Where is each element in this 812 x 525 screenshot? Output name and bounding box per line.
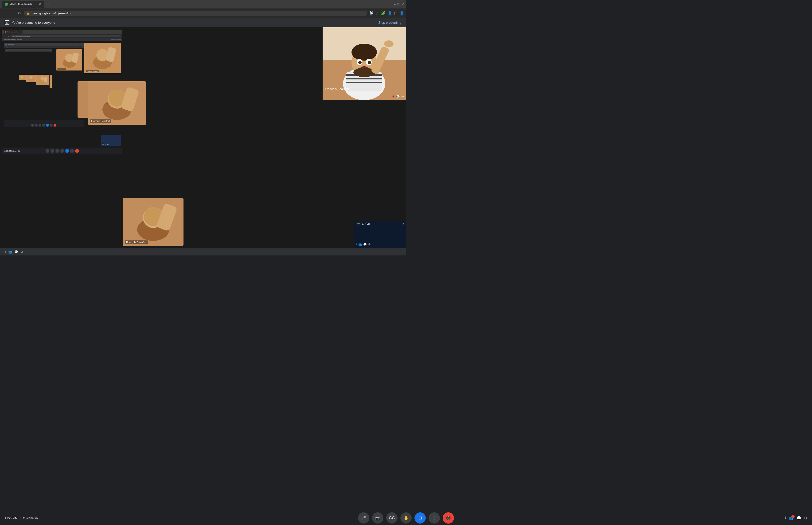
- nested-banner-text: You're presenting to everyone: [4, 39, 22, 41]
- you-tile-camera-icon: □: [362, 222, 364, 225]
- new-tab-button[interactable]: +: [47, 2, 49, 7]
- nav-back-button[interactable]: ←: [2, 10, 7, 16]
- nested-stop-button: Stop presenting: [111, 39, 121, 41]
- bookmark-icon[interactable]: ☆: [376, 11, 379, 15]
- tab-title: Meet - tnj-esni-ikb: [10, 3, 32, 6]
- fb-main-tile: François Beaufort 📌 💬 ⋯: [323, 27, 406, 100]
- nested-level-2: Meet - tnj-esni-ikb You're presenting to…: [4, 43, 83, 127]
- you-tile-dots[interactable]: ⋯: [356, 222, 361, 226]
- extension-icon[interactable]: 🧩: [381, 11, 386, 15]
- svg-rect-10: [49, 75, 52, 88]
- you-tile-bottom-bar: ℹ 👥 💬 ⚙: [354, 241, 406, 248]
- svg-point-57: [358, 61, 362, 64]
- you-info-icon[interactable]: ℹ: [356, 243, 357, 246]
- svg-rect-52: [346, 82, 382, 83]
- account-icon[interactable]: 👤: [399, 11, 404, 15]
- browser-chrome: Meet - tnj-esni-ikb ✕ + – □ ✕: [0, 0, 406, 9]
- nested-level1-toolbar: 11:22 AM | tnj-esni-ikb: [2, 148, 122, 154]
- fb-tile-medium-name: François Beaufort: [90, 119, 111, 123]
- nested-level-2-share: François Beaufort: [4, 48, 83, 120]
- banner-left: ⊡ You're presenting to everyone: [5, 20, 55, 25]
- screen-share-info-bar: ℹ 👥 💬 ⚙: [0, 248, 406, 255]
- nav-forward-button[interactable]: →: [10, 10, 15, 16]
- fb-chat-icon[interactable]: 💬: [396, 95, 400, 98]
- you-tile-expand-icon[interactable]: ⤢: [402, 222, 404, 225]
- activities-icon-info-bar[interactable]: ⚙: [20, 250, 23, 254]
- svg-point-63: [384, 41, 394, 47]
- you-video: ⋯ □ You ⤢ ℹ 👥 💬 ⚙: [354, 221, 406, 248]
- info-icon[interactable]: ℹ: [5, 250, 6, 254]
- svg-point-5: [29, 76, 33, 79]
- nav-refresh-button[interactable]: ↺: [17, 10, 22, 16]
- page-wrapper: Meet - tnj-esni-ikb ✕ + – □ ✕ ← → ↺ 🔒 me…: [0, 0, 406, 262]
- address-bar[interactable]: 🔒 meet.google.com/tnj-esni-ikb: [24, 11, 367, 16]
- tab-favicon: [5, 3, 8, 6]
- browser-nav: ← → ↺ 🔒 meet.google.com/tnj-esni-ikb 📡 ☆…: [0, 9, 406, 18]
- fb-main-tile-name: François Beaufort: [325, 87, 349, 91]
- chat-icon-info-bar[interactable]: 💬: [14, 250, 18, 254]
- you-tile: ⋯ □ You ⤢ ℹ 👥 💬 ⚙: [354, 221, 406, 248]
- svg-point-8: [41, 76, 45, 80]
- profile-icon[interactable]: 👤: [387, 11, 392, 15]
- nested-level-2-content: You're presenting to everyone Stop prese…: [4, 46, 83, 127]
- meet-content: Meet - tnj-esni-ikb + ← → ↺ meet.google.…: [0, 27, 406, 262]
- you-activities-icon[interactable]: ⚙: [368, 243, 371, 246]
- nested-browser-chrome: Meet - tnj-esni-ikb +: [2, 30, 122, 34]
- svg-rect-51: [346, 78, 382, 79]
- nested-banner: You're presenting to everyone Stop prese…: [2, 38, 122, 41]
- browser-nav-icons: 📡 ☆ 🧩 👤 ◫ 👤: [369, 11, 404, 15]
- you-tile-label: You: [365, 222, 370, 225]
- fb-tile-large-center: François Beaufort: [123, 198, 184, 246]
- browser-minimize-icon: –: [394, 2, 396, 6]
- url-display: meet.google.com/tnj-esni-ikb: [31, 12, 71, 15]
- fb-pin-icon[interactable]: 📌: [392, 95, 395, 98]
- stop-presenting-button[interactable]: Stop presenting: [378, 21, 401, 25]
- sidebar-icon[interactable]: ◫: [394, 11, 398, 15]
- screen-share-area: Meet - tnj-esni-ikb + ← → ↺ meet.google.…: [0, 27, 406, 255]
- you-chat-icon[interactable]: 💬: [363, 243, 367, 246]
- nested-fb-tile: François Beaufort: [85, 43, 121, 73]
- tab-close-button[interactable]: ✕: [39, 2, 41, 6]
- svg-point-54: [352, 44, 377, 61]
- nested-you-tile: ⋯ □ You ⤢: [101, 135, 121, 146]
- nested-you-label: You: [106, 144, 108, 145]
- nested-nav-bar: ← → ↺ meet.google.com/tnj-esni-ikb: [2, 34, 122, 38]
- fb-more-icon[interactable]: ⋯: [401, 95, 404, 98]
- svg-point-2: [21, 76, 24, 78]
- fb-tile-large-name: François Beaufort: [125, 240, 148, 244]
- browser-restore-icon: □: [398, 2, 399, 6]
- fb-tile-medium: François Beaufort: [88, 81, 146, 125]
- you-people-icon[interactable]: 👥: [358, 243, 362, 246]
- cast-icon[interactable]: 📡: [369, 11, 374, 15]
- browser-close-icon: ✕: [401, 2, 404, 6]
- people-icon-info-bar[interactable]: 👥: [8, 250, 12, 254]
- browser-tab[interactable]: Meet - tnj-esni-ikb ✕: [2, 1, 44, 8]
- banner-message: You're presenting to everyone: [12, 21, 55, 25]
- you-tile-top-bar: ⋯ □ You ⤢: [354, 221, 406, 227]
- fb-main-tile-bottom-controls[interactable]: 📌 💬 ⋯: [323, 95, 406, 98]
- svg-point-58: [368, 61, 371, 64]
- present-icon: ⊡: [5, 20, 10, 25]
- presentation-banner: ⊡ You're presenting to everyone Stop pre…: [0, 18, 406, 27]
